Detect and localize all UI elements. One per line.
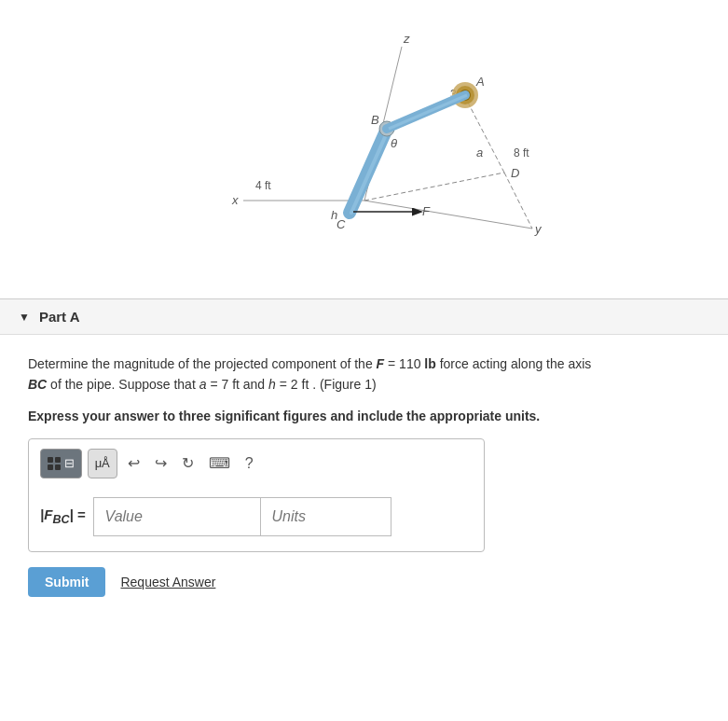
force-variable: F: [377, 356, 385, 371]
svg-text:B: B: [371, 113, 379, 127]
var-a: a: [199, 377, 207, 392]
svg-text:x: x: [231, 193, 239, 207]
help-button[interactable]: ?: [240, 453, 258, 474]
submit-button[interactable]: Submit: [28, 567, 105, 597]
svg-text:4 ft: 4 ft: [255, 179, 271, 192]
symbol-button[interactable]: μÅ: [88, 449, 117, 478]
formula-toolbar: ⊟ μÅ ↩ ↪ ↻ ⌨ ?: [40, 449, 473, 486]
svg-text:C: C: [337, 217, 346, 231]
svg-line-8: [504, 173, 532, 229]
force-unit-lb: lb: [424, 356, 435, 371]
var-h: h: [268, 377, 276, 392]
request-answer-button[interactable]: Request Answer: [120, 575, 215, 589]
svg-text:z: z: [403, 32, 410, 46]
svg-line-7: [364, 173, 504, 201]
refresh-button[interactable]: ↻: [177, 452, 199, 474]
chevron-icon: ▼: [19, 311, 30, 324]
svg-text:8 ft: 8 ft: [514, 146, 529, 159]
figure-area: x 4 ft y z D 8 ft 3 ft a: [0, 0, 728, 299]
figure-diagram: x 4 ft y z D 8 ft 3 ft a: [103, 19, 625, 270]
mu-label: μÅ: [95, 456, 110, 470]
value-input[interactable]: [93, 497, 261, 536]
keyboard-button[interactable]: ⌨: [204, 452, 235, 474]
answer-input-row: |FBC| =: [40, 497, 473, 536]
svg-line-19: [351, 129, 389, 213]
svg-line-30: [389, 95, 467, 129]
svg-text:θ: θ: [391, 136, 397, 150]
svg-text:h: h: [331, 208, 337, 222]
answer-box: ⊟ μÅ ↩ ↪ ↻ ⌨ ? |FBC| =: [28, 438, 485, 552]
part-a-label: Part A: [39, 309, 80, 325]
matrix-button[interactable]: ⊟: [40, 449, 82, 478]
units-input[interactable]: [261, 497, 391, 536]
svg-text:a: a: [476, 146, 483, 159]
part-a-header[interactable]: ▼ Part A: [0, 299, 728, 335]
svg-line-3: [364, 201, 532, 229]
svg-text:F: F: [422, 204, 431, 218]
svg-text:A: A: [475, 75, 485, 89]
axis-bc: BC: [28, 377, 47, 392]
action-row: Submit Request Answer: [28, 567, 700, 597]
content-area: Determine the magnitude of the projected…: [0, 335, 728, 616]
svg-text:D: D: [511, 166, 519, 180]
svg-text:y: y: [534, 222, 543, 236]
undo-button[interactable]: ↩: [123, 452, 144, 474]
redo-button[interactable]: ↪: [150, 452, 172, 474]
figure-link[interactable]: (Figure 1): [320, 377, 377, 392]
svg-line-9: [467, 101, 504, 173]
instruction-text: Express your answer to three significant…: [28, 409, 700, 423]
problem-description: Determine the magnitude of the projected…: [28, 354, 700, 395]
answer-label: |FBC| =: [40, 506, 86, 526]
